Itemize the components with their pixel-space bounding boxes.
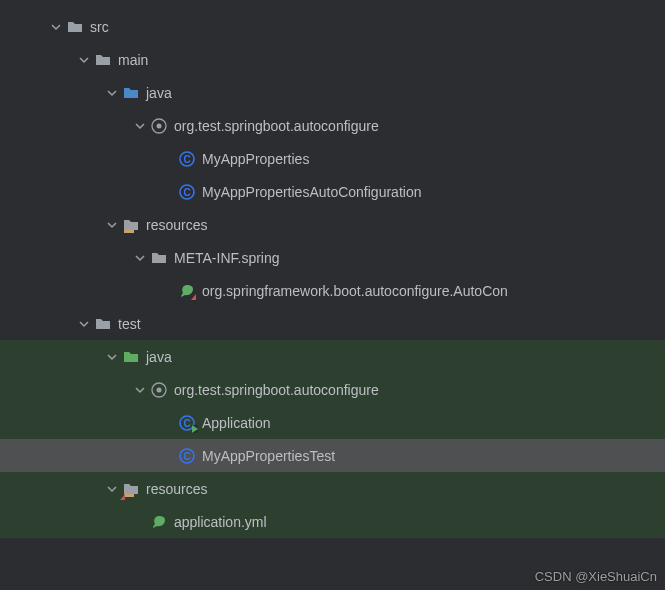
project-tree: src main java org.test.springboot.autoco… bbox=[0, 0, 665, 538]
tree-node-test-class-selected[interactable]: MyAppPropertiesTest bbox=[0, 439, 665, 472]
tree-node-autoconfig-file[interactable]: org.springframework.boot.autoconfigure.A… bbox=[0, 274, 665, 307]
folder-icon bbox=[66, 19, 84, 35]
node-label: src bbox=[90, 19, 109, 35]
node-label: Application bbox=[202, 415, 271, 431]
node-label: test bbox=[118, 316, 141, 332]
tree-node-test[interactable]: test bbox=[0, 307, 665, 340]
node-label: java bbox=[146, 349, 172, 365]
node-label: org.test.springboot.autoconfigure bbox=[174, 382, 379, 398]
package-icon bbox=[150, 382, 168, 398]
tree-node-class[interactable]: MyAppPropertiesAutoConfiguration bbox=[0, 175, 665, 208]
resources-folder-icon bbox=[122, 217, 140, 233]
watermark: CSDN @XieShuaiCn bbox=[535, 569, 657, 584]
test-folder-icon bbox=[122, 349, 140, 365]
chevron-down-icon[interactable] bbox=[132, 118, 148, 134]
node-label: org.springframework.boot.autoconfigure.A… bbox=[202, 283, 508, 299]
chevron-down-icon[interactable] bbox=[104, 217, 120, 233]
node-label: application.yml bbox=[174, 514, 267, 530]
chevron-down-icon[interactable] bbox=[48, 19, 64, 35]
tree-node-src[interactable]: src bbox=[0, 10, 665, 43]
node-label: MyAppProperties bbox=[202, 151, 309, 167]
tree-node-test-java[interactable]: java bbox=[0, 340, 665, 373]
tree-node-application-yml[interactable]: application.yml bbox=[0, 505, 665, 538]
node-label: MyAppPropertiesTest bbox=[202, 448, 335, 464]
node-label: MyAppPropertiesAutoConfiguration bbox=[202, 184, 421, 200]
node-label: main bbox=[118, 52, 148, 68]
chevron-down-icon[interactable] bbox=[104, 481, 120, 497]
node-label: org.test.springboot.autoconfigure bbox=[174, 118, 379, 134]
node-label: java bbox=[146, 85, 172, 101]
node-label: resources bbox=[146, 217, 207, 233]
test-resources-folder-icon bbox=[122, 481, 140, 497]
tree-node-resources[interactable]: resources bbox=[0, 208, 665, 241]
tree-node-main[interactable]: main bbox=[0, 43, 665, 76]
tree-node-main-java[interactable]: java bbox=[0, 76, 665, 109]
class-icon bbox=[178, 184, 196, 200]
runnable-class-icon bbox=[178, 415, 196, 431]
spring-yml-icon bbox=[150, 514, 168, 530]
folder-icon bbox=[94, 316, 112, 332]
node-label: resources bbox=[146, 481, 207, 497]
tree-node-application-class[interactable]: Application bbox=[0, 406, 665, 439]
class-icon bbox=[178, 448, 196, 464]
chevron-down-icon[interactable] bbox=[104, 349, 120, 365]
chevron-down-icon[interactable] bbox=[76, 316, 92, 332]
spring-config-icon bbox=[178, 283, 196, 299]
tree-node-test-resources[interactable]: resources bbox=[0, 472, 665, 505]
chevron-down-icon[interactable] bbox=[104, 85, 120, 101]
node-label: META-INF.spring bbox=[174, 250, 280, 266]
tree-node-class[interactable]: MyAppProperties bbox=[0, 142, 665, 175]
tree-node-test-package[interactable]: org.test.springboot.autoconfigure bbox=[0, 373, 665, 406]
class-icon bbox=[178, 151, 196, 167]
tree-node-metainf[interactable]: META-INF.spring bbox=[0, 241, 665, 274]
chevron-down-icon[interactable] bbox=[132, 382, 148, 398]
chevron-down-icon[interactable] bbox=[132, 250, 148, 266]
folder-icon bbox=[150, 250, 168, 266]
tree-node-main-package[interactable]: org.test.springboot.autoconfigure bbox=[0, 109, 665, 142]
package-icon bbox=[150, 118, 168, 134]
folder-icon bbox=[94, 52, 112, 68]
chevron-down-icon[interactable] bbox=[76, 52, 92, 68]
source-folder-icon bbox=[122, 85, 140, 101]
